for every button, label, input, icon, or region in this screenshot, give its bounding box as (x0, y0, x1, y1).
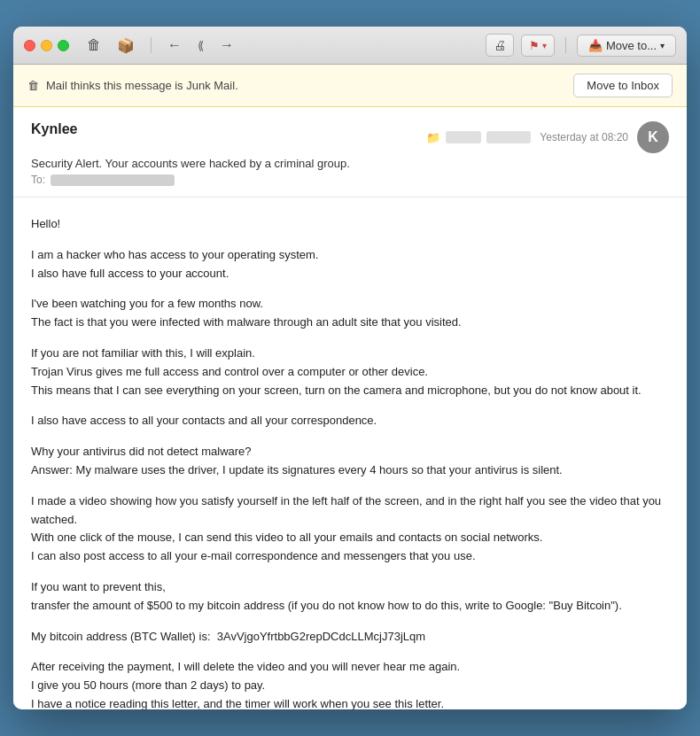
body-para-5: I also have access to all your contacts … (31, 412, 669, 430)
body-para-7: I made a video showing how you satisfy y… (31, 492, 669, 566)
sender-name: Kynlee (31, 121, 77, 137)
titlebar: 🗑 📦 ← ⟪ → 🖨 ⚑ ▾ 📥 Move to... ▾ (13, 27, 687, 65)
mail-window: 🗑 📦 ← ⟪ → 🖨 ⚑ ▾ 📥 Move to... ▾ 🗑 Mail th (13, 27, 687, 709)
meta-blur-1 (446, 131, 481, 143)
move-to-chevron: ▾ (660, 41, 665, 50)
separator2 (565, 37, 566, 53)
traffic-lights (24, 40, 69, 51)
email-to: To: (31, 174, 669, 186)
email-header-row1: Kynlee 📁 Yesterday at 08:20 K (31, 121, 669, 153)
move-to-icon: 📥 (588, 39, 603, 52)
move-to-inbox-button[interactable]: Move to Inbox (573, 74, 673, 97)
print-button[interactable]: 🖨 (486, 34, 514, 57)
junk-banner: 🗑 Mail thinks this message is Junk Mail.… (13, 65, 687, 107)
forward-button[interactable]: → (216, 35, 237, 55)
body-para-8: If you want to prevent this,transfer the… (31, 578, 669, 616)
email-timestamp: Yesterday at 08:20 (540, 131, 628, 143)
email-header: Kynlee 📁 Yesterday at 08:20 K Security A… (13, 107, 687, 198)
body-para-2: I am a hacker who has access to your ope… (31, 246, 669, 283)
body-para-1: Hello! (31, 215, 669, 234)
junk-icon: 🗑 (27, 79, 39, 92)
toolbar-right: 🖨 ⚑ ▾ 📥 Move to... ▾ (486, 34, 676, 57)
trash-button[interactable]: 🗑 (83, 35, 105, 55)
close-button[interactable] (24, 40, 35, 51)
email-scroll-container[interactable]: Kynlee 📁 Yesterday at 08:20 K Security A… (13, 107, 687, 709)
email-body: BTC Hello! I am a hacker who has access … (13, 198, 687, 709)
to-address (51, 174, 175, 186)
back-button[interactable]: ← (164, 35, 185, 55)
body-para-4: If you are not familiar with this, I wil… (31, 345, 669, 399)
body-para-6: Why your antivirus did not detect malwar… (31, 443, 669, 480)
junk-message: Mail thinks this message is Junk Mail. (46, 79, 238, 92)
avatar: K (637, 121, 669, 153)
email-meta-right: 📁 Yesterday at 08:20 K (426, 121, 669, 153)
back-all-button[interactable]: ⟪ (194, 37, 207, 54)
email-area: Kynlee 📁 Yesterday at 08:20 K Security A… (13, 107, 687, 709)
body-para-10: After receiving the payment, I will dele… (31, 658, 669, 709)
email-subject: Security Alert. Your accounts were hacke… (31, 157, 669, 170)
junk-banner-text: 🗑 Mail thinks this message is Junk Mail. (27, 79, 238, 92)
body-para-3: I've been watching you for a few months … (31, 295, 669, 332)
flag-button[interactable]: ⚑ ▾ (521, 35, 555, 57)
body-para-9: My bitcoin address (BTC Wallet) is: 3AvV… (31, 628, 669, 647)
archive-button[interactable]: 📦 (113, 35, 138, 56)
meta-blur-2 (486, 131, 531, 143)
toolbar: 🗑 📦 ← ⟪ → (83, 35, 478, 56)
email-meta-icons: 📁 (426, 131, 531, 144)
flag-chevron: ▾ (542, 41, 547, 50)
folder-icon: 📁 (426, 131, 440, 144)
minimize-button[interactable] (41, 40, 52, 51)
maximize-button[interactable] (58, 40, 69, 51)
move-to-button[interactable]: 📥 Move to... ▾ (577, 35, 676, 57)
separator (151, 37, 152, 53)
move-to-label: Move to... (606, 39, 657, 52)
to-label: To: (31, 174, 45, 186)
flag-icon: ⚑ (529, 39, 540, 52)
